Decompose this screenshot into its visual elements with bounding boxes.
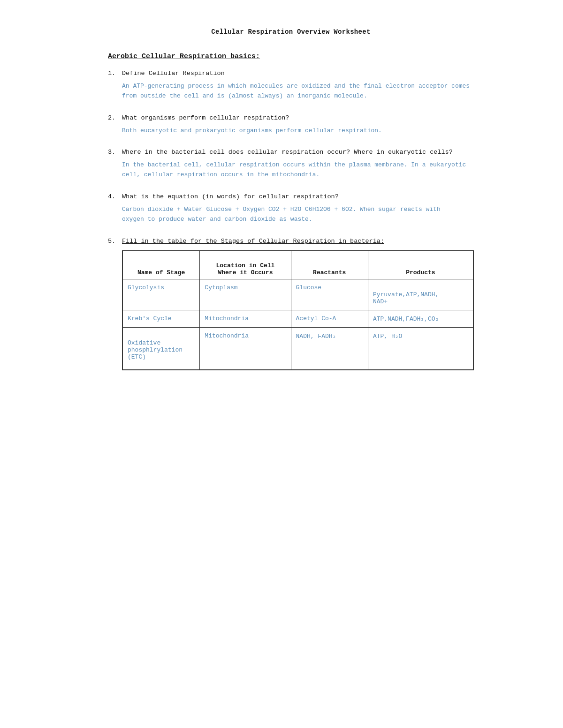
question-4-text: What is the equation (in words) for cell… xyxy=(122,193,474,200)
stages-table: Name of Stage Location in Cell Where it … xyxy=(122,251,473,370)
table-header-row: Name of Stage Location in Cell Where it … xyxy=(123,251,473,279)
question-3-number: 3. xyxy=(108,149,122,156)
table-row-krebs: Kreb's Cycle Mitochondria Acetyl Co-A AT… xyxy=(123,310,473,327)
question-3-row: 3. Where in the bacterial cell does cell… xyxy=(108,149,474,156)
page-container: Cellular Respiration Overview Worksheet … xyxy=(70,0,493,398)
question-3-text: Where in the bacterial cell does cellula… xyxy=(122,149,474,156)
page-title: Cellular Respiration Overview Worksheet xyxy=(108,28,474,36)
cell-krebs-name: Kreb's Cycle xyxy=(123,310,200,327)
question-2-answer: Both eucaryotic and prokaryotic organism… xyxy=(122,126,474,136)
question-2: 2. What organisms perform cellular respi… xyxy=(108,114,474,136)
cell-krebs-reactants: Acetyl Co-A xyxy=(291,310,368,327)
cell-etc-reactants: NADH, FADH₂ xyxy=(291,327,368,369)
question-5-row: 5. Fill in the table for the Stages of C… xyxy=(108,238,474,245)
cell-etc-location: Mitochondria xyxy=(200,327,291,369)
question-5-number: 5. xyxy=(108,238,122,245)
col-header-reactants: Reactants xyxy=(291,251,368,279)
cell-glycolysis-name: Glycolysis xyxy=(123,279,200,310)
stages-table-wrapper: Name of Stage Location in Cell Where it … xyxy=(122,250,474,370)
question-1-answer: An ATP-generating process in which molec… xyxy=(122,82,474,101)
cell-krebs-products: ATP,NADH,FADH₂,CO₂ xyxy=(368,310,473,327)
col-header-location: Location in Cell Where it Occurs xyxy=(200,251,291,279)
table-row-etc: Oxidative phosphlrylation (ETC) Mitochon… xyxy=(123,327,473,369)
question-4-row: 4. What is the equation (in words) for c… xyxy=(108,193,474,200)
question-4-answer: Carbon dioxide + Water Glucose + Oxygen … xyxy=(122,205,474,225)
col-header-products: Products xyxy=(368,251,473,279)
cell-glycolysis-location: Cytoplasm xyxy=(200,279,291,310)
question-1: 1. Define Cellular Respiration An ATP-ge… xyxy=(108,70,474,101)
section-heading-underlined: Aerobic Cellular Respiration basics xyxy=(108,53,256,60)
cell-glycolysis-products: Pyruvate,ATP,NADH, NAD+ xyxy=(368,279,473,310)
section-heading: Aerobic Cellular Respiration basics: xyxy=(108,53,474,60)
questions-list: 1. Define Cellular Respiration An ATP-ge… xyxy=(108,70,474,370)
question-2-row: 2. What organisms perform cellular respi… xyxy=(108,114,474,121)
question-4: 4. What is the equation (in words) for c… xyxy=(108,193,474,225)
question-4-number: 4. xyxy=(108,193,122,200)
question-3: 3. Where in the bacterial cell does cell… xyxy=(108,149,474,180)
cell-krebs-location: Mitochondria xyxy=(200,310,291,327)
question-2-number: 2. xyxy=(108,114,122,121)
question-5-text: Fill in the table for the Stages of Cell… xyxy=(122,238,474,245)
question-1-number: 1. xyxy=(108,70,122,77)
question-5: 5. Fill in the table for the Stages of C… xyxy=(108,238,474,370)
cell-glycolysis-reactants: Glucose xyxy=(291,279,368,310)
table-row-glycolysis: Glycolysis Cytoplasm Glucose Pyruvate,AT… xyxy=(123,279,473,310)
cell-etc-products: ATP, H₂O xyxy=(368,327,473,369)
question-3-answer: In the bacterial cell, cellular respirat… xyxy=(122,160,474,180)
col-header-name: Name of Stage xyxy=(123,251,200,279)
question-2-text: What organisms perform cellular respirat… xyxy=(122,114,474,121)
cell-etc-name: Oxidative phosphlrylation (ETC) xyxy=(123,327,200,369)
question-1-text: Define Cellular Respiration xyxy=(122,70,474,77)
question-1-row: 1. Define Cellular Respiration xyxy=(108,70,474,77)
